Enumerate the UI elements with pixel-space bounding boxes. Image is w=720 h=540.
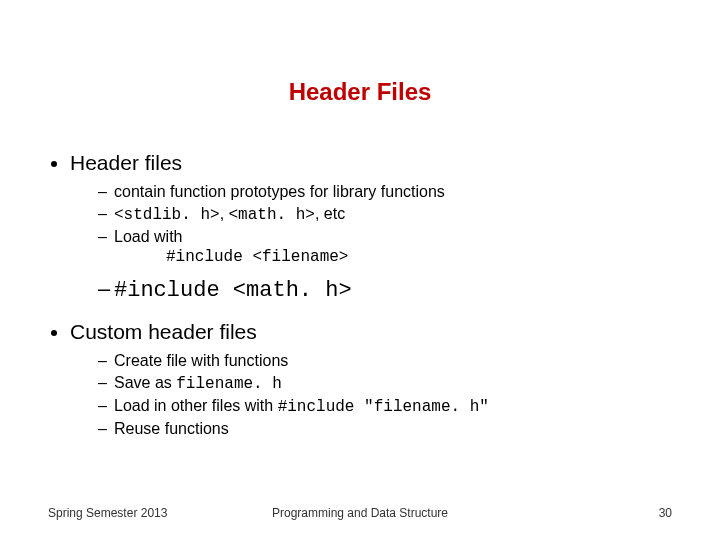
- bullet-text: Custom header files: [70, 320, 257, 343]
- code-text: #include <filename>: [114, 247, 672, 267]
- sub-item: contain function prototypes for library …: [98, 182, 672, 202]
- sub-item: Create file with functions: [98, 351, 672, 371]
- sub-text: Create file with functions: [114, 352, 288, 369]
- sub-item: <stdlib. h>, <math. h>, etc: [98, 204, 672, 225]
- slide-title: Header Files: [0, 78, 720, 106]
- bullet-list: Header files contain function prototypes…: [48, 150, 672, 439]
- code-text: #include "filename. h": [278, 398, 489, 416]
- sub-item: Load with #include <filename>: [98, 227, 672, 267]
- code-text: <stdlib. h>: [114, 206, 220, 224]
- sub-item: Reuse functions: [98, 419, 672, 439]
- sub-item: Load in other files with #include "filen…: [98, 396, 672, 417]
- sub-text: Reuse functions: [114, 420, 229, 437]
- sub-text: contain function prototypes for library …: [114, 183, 445, 200]
- sub-text: Save as: [114, 374, 176, 391]
- code-text: <math. h>: [229, 206, 315, 224]
- bullet-text: Header files: [70, 151, 182, 174]
- slide: Header Files Header files contain functi…: [0, 0, 720, 540]
- bullet-custom-header-files: Custom header files Create file with fun…: [70, 319, 672, 439]
- sub-list: contain function prototypes for library …: [70, 182, 672, 305]
- code-text: #include <math. h>: [114, 278, 352, 303]
- sub-text: , etc: [315, 205, 345, 222]
- slide-body: Header files contain function prototypes…: [48, 150, 672, 453]
- footer-center: Programming and Data Structure: [48, 506, 672, 520]
- sub-item-large: #include <math. h>: [98, 275, 672, 305]
- sub-text: Load in other files with: [114, 397, 278, 414]
- sub-text: ,: [220, 205, 229, 222]
- sub-item: Save as filename. h: [98, 373, 672, 394]
- code-text: filename. h: [176, 375, 282, 393]
- bullet-header-files: Header files contain function prototypes…: [70, 150, 672, 305]
- sub-list: Create file with functions Save as filen…: [70, 351, 672, 439]
- sub-text: Load with: [114, 228, 183, 245]
- slide-number: 30: [659, 506, 672, 520]
